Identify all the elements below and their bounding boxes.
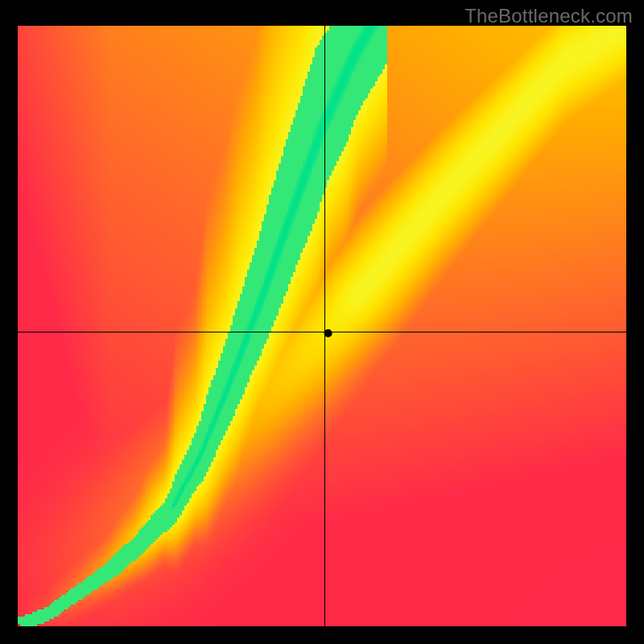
chart-frame: TheBottleneck.com	[0, 0, 644, 644]
watermark-text: TheBottleneck.com	[464, 5, 633, 27]
marker-layer	[18, 26, 626, 626]
heatmap-plot-area	[18, 26, 626, 626]
selection-marker	[324, 329, 332, 337]
